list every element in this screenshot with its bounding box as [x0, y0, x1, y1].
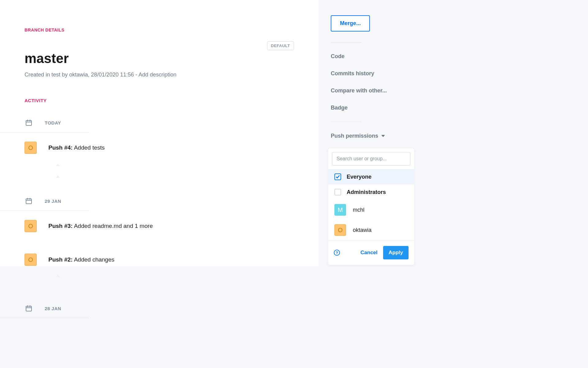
meta-date: , 28/01/2020 11:56: [88, 72, 134, 78]
divider: [331, 122, 361, 122]
activity-list: TODAYOPush #4: Added tests29 JANOPush #3…: [24, 118, 318, 313]
date-header: TODAY: [24, 118, 318, 127]
sidebar-link[interactable]: Code: [331, 53, 415, 60]
chevron-down-icon: [381, 135, 385, 137]
permissions-search-input[interactable]: [332, 152, 410, 165]
activity-item[interactable]: OPush #4: Added tests: [24, 142, 318, 154]
avatar: O: [334, 224, 346, 236]
chevron-up-icon: [56, 175, 60, 178]
activity-text: Push #3: Added readme.md and 1 more: [48, 223, 153, 229]
main-content: BRANCH DETAILS master DEFAULT Created in…: [0, 0, 318, 266]
apply-button[interactable]: Apply: [383, 246, 409, 259]
help-icon[interactable]: ?: [334, 250, 340, 256]
add-description-link[interactable]: Add description: [138, 72, 176, 78]
permissions-panel: EveryoneAdministrators MmchlOoktawia ? C…: [328, 148, 414, 265]
sidebar-link[interactable]: Badge: [331, 105, 415, 111]
meta-sep: -: [134, 72, 138, 78]
meta-prefix: Created in test by: [24, 72, 69, 78]
avatar-letter: O: [28, 223, 33, 230]
push-label: Push #4:: [48, 144, 73, 151]
divider: [331, 42, 361, 43]
permission-label: Administrators: [347, 189, 386, 195]
calendar-icon: [24, 118, 33, 127]
permission-group-item[interactable]: Everyone: [328, 169, 414, 184]
meta-user-link[interactable]: oktawia: [69, 72, 88, 78]
push-message: Added tests: [73, 144, 105, 151]
push-message: Added changes: [73, 256, 114, 263]
svg-rect-8: [26, 306, 32, 311]
avatar: O: [24, 142, 37, 154]
calendar-icon: [24, 304, 33, 313]
date-header: 29 JAN: [24, 197, 318, 205]
checkbox-icon[interactable]: [334, 189, 341, 195]
branch-details-label: BRANCH DETAILS: [24, 28, 318, 32]
avatar: O: [24, 220, 37, 232]
sidebar: Merge... CodeCommits historyCompare with…: [318, 0, 427, 266]
svg-rect-4: [26, 199, 32, 204]
branch-name: master: [24, 51, 69, 66]
permission-user-item[interactable]: Ooktawia: [328, 220, 414, 240]
push-label: Push #3:: [48, 223, 73, 229]
merge-button[interactable]: Merge...: [331, 15, 370, 32]
activity-text: Push #4: Added tests: [48, 144, 105, 151]
permission-label: oktawia: [353, 227, 371, 233]
date-label: TODAY: [45, 120, 61, 125]
avatar-letter: O: [28, 144, 33, 151]
avatar: M: [334, 204, 346, 216]
collapse-indicator: [29, 154, 318, 188]
date-label: 29 JAN: [45, 199, 61, 204]
cancel-button[interactable]: Cancel: [360, 250, 378, 256]
svg-rect-0: [26, 121, 32, 125]
push-permissions-toggle[interactable]: Push permissions: [331, 133, 415, 139]
branch-meta: Created in test by oktawia, 28/01/2020 1…: [24, 72, 318, 78]
activity-item[interactable]: OPush #2: Added changes: [24, 254, 318, 266]
activity-item[interactable]: OPush #3: Added readme.md and 1 more: [24, 220, 318, 232]
date-header: 28 JAN: [24, 304, 318, 313]
activity-text: Push #2: Added changes: [48, 256, 115, 263]
push-label: Push #2:: [48, 256, 73, 263]
calendar-icon: [24, 197, 33, 205]
sidebar-links: CodeCommits historyCompare with other...…: [331, 53, 415, 111]
permission-group-item[interactable]: Administrators: [328, 184, 414, 200]
permission-users: MmchlOoktawia: [328, 200, 414, 240]
activity-label: ACTIVITY: [24, 98, 318, 103]
push-permissions-label: Push permissions: [331, 133, 378, 139]
avatar-letter: O: [28, 256, 33, 263]
checkbox-icon[interactable]: [334, 173, 341, 180]
default-badge: DEFAULT: [267, 41, 294, 50]
avatar: O: [24, 254, 37, 266]
permission-groups: EveryoneAdministrators: [328, 169, 414, 200]
chevron-up-icon: [56, 164, 60, 166]
date-label: 28 JAN: [45, 306, 61, 311]
sidebar-link[interactable]: Compare with other...: [331, 87, 415, 94]
permissions-footer: ? Cancel Apply: [328, 240, 414, 265]
push-message: Added readme.md and 1 more: [73, 223, 153, 229]
chevron-up-icon: [56, 275, 60, 277]
collapse-indicator: [29, 266, 318, 286]
permission-label: Everyone: [347, 174, 371, 180]
permission-user-item[interactable]: Mmchl: [328, 200, 414, 220]
permission-label: mchl: [353, 207, 364, 213]
sidebar-link[interactable]: Commits history: [331, 70, 415, 77]
